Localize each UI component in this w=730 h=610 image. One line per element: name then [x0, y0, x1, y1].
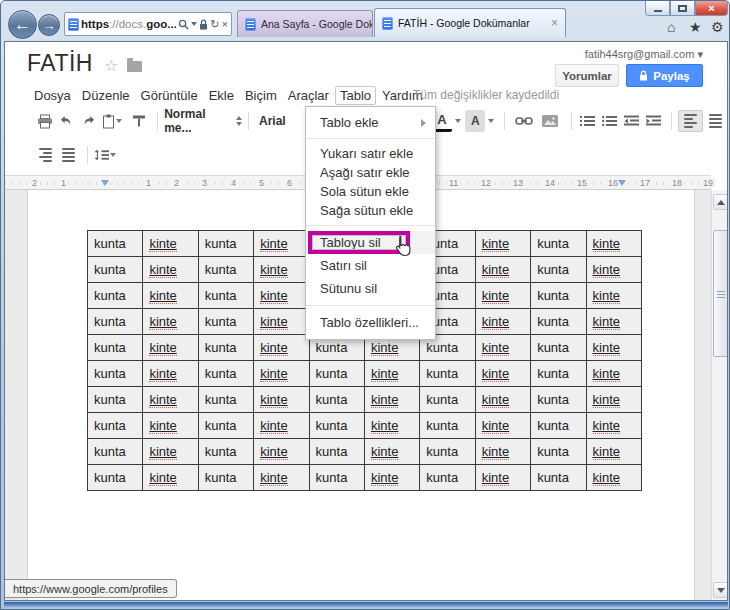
table-cell[interactable]: kunta: [420, 387, 475, 413]
table-cell[interactable]: kinte: [475, 335, 530, 361]
menubar-item-dosya[interactable]: Dosya: [29, 86, 76, 105]
folder-icon[interactable]: [127, 61, 142, 72]
window-close-button[interactable]: ×: [695, 1, 728, 16]
increase-indent-icon[interactable]: [643, 110, 663, 132]
table-cell[interactable]: kunta: [198, 335, 253, 361]
line-spacing-icon[interactable]: [94, 144, 120, 166]
print-icon[interactable]: [35, 110, 55, 132]
table-cell[interactable]: kunta: [309, 387, 364, 413]
text-color-dropdown-icon[interactable]: [455, 119, 461, 123]
table-cell[interactable]: kunta: [88, 465, 143, 491]
menu-item-satırı-sil[interactable]: Satırı sil: [306, 254, 435, 277]
menubar-item-araçlar[interactable]: Araçlar: [283, 86, 334, 105]
address-url[interactable]: https://docs.goo...: [81, 18, 176, 30]
table-cell[interactable]: kinte: [475, 387, 530, 413]
search-dropdown-icon[interactable]: [191, 22, 197, 26]
table-cell[interactable]: kinte: [586, 439, 641, 465]
address-bar[interactable]: https://docs.goo... ↻ ×: [64, 12, 232, 36]
table-cell[interactable]: kinte: [143, 283, 198, 309]
table-cell[interactable]: kunta: [531, 257, 586, 283]
table-cell[interactable]: kinte: [586, 413, 641, 439]
menubar-item-görüntüle[interactable]: Görüntüle: [136, 86, 203, 105]
table-cell[interactable]: kunta: [198, 257, 253, 283]
table-cell[interactable]: kunta: [198, 231, 253, 257]
table-cell[interactable]: kunta: [198, 309, 253, 335]
redo-icon[interactable]: [79, 110, 99, 132]
table-cell[interactable]: kinte: [586, 335, 641, 361]
table-cell[interactable]: kunta: [531, 387, 586, 413]
back-button[interactable]: ←: [8, 10, 37, 39]
table-cell[interactable]: kinte: [143, 231, 198, 257]
align-center-icon[interactable]: [705, 110, 725, 132]
table-cell[interactable]: kinte: [364, 465, 419, 491]
table-cell[interactable]: kinte: [586, 361, 641, 387]
table-cell[interactable]: kinte: [143, 257, 198, 283]
tab-fatih[interactable]: FATİH - Google Dokümanlar ×: [374, 8, 566, 37]
table-cell[interactable]: kinte: [475, 465, 530, 491]
table-cell[interactable]: kinte: [254, 231, 309, 257]
table-cell[interactable]: kunta: [198, 387, 253, 413]
font-family-selector[interactable]: Arial: [259, 114, 286, 128]
home-icon[interactable]: ⌂: [667, 20, 675, 34]
table-cell[interactable]: kinte: [143, 387, 198, 413]
table-cell[interactable]: kinte: [143, 465, 198, 491]
tab-close-icon[interactable]: ×: [551, 17, 558, 29]
scroll-up-button[interactable]: [713, 194, 728, 210]
menu-item-tablo-özellikleri[interactable]: Tablo özellikleri...: [306, 311, 435, 334]
table-cell[interactable]: kunta: [88, 309, 143, 335]
table-cell[interactable]: kunta: [309, 361, 364, 387]
table-cell[interactable]: kinte: [475, 361, 530, 387]
table-cell[interactable]: kunta: [531, 231, 586, 257]
scroll-down-button[interactable]: [713, 582, 728, 598]
table-cell[interactable]: kinte: [143, 309, 198, 335]
undo-icon[interactable]: [57, 110, 77, 132]
paint-format-icon[interactable]: [129, 110, 149, 132]
vertical-scrollbar[interactable]: [711, 190, 728, 601]
table-cell[interactable]: kunta: [420, 361, 475, 387]
menu-item-sütunu-sil[interactable]: Sütunu sil: [306, 277, 435, 300]
align-justify-icon[interactable]: [58, 144, 79, 166]
comments-button[interactable]: Yorumlar: [555, 64, 619, 87]
search-icon[interactable]: [178, 19, 189, 30]
menu-item-sağa-sütun-ekle[interactable]: Sağa sütun ekle: [306, 201, 435, 220]
forward-button[interactable]: →: [38, 14, 60, 36]
insert-link-icon[interactable]: [511, 110, 536, 132]
menu-item-aşağı-satır-ekle[interactable]: Aşağı satır ekle: [306, 163, 435, 182]
table-cell[interactable]: kinte: [254, 439, 309, 465]
star-document-icon[interactable]: ☆: [104, 56, 118, 75]
table-cell[interactable]: kunta: [531, 309, 586, 335]
table-cell[interactable]: kinte: [143, 335, 198, 361]
table-cell[interactable]: kinte: [475, 309, 530, 335]
document-title[interactable]: FATİH: [27, 50, 93, 77]
paragraph-style-selector[interactable]: Normal me...: [164, 107, 242, 135]
table-cell[interactable]: kinte: [254, 309, 309, 335]
line-spacing-dropdown-icon[interactable]: [110, 153, 116, 157]
ruler-margin-marker-icon[interactable]: [101, 180, 109, 186]
table-cell[interactable]: kunta: [88, 283, 143, 309]
table-cell[interactable]: kunta: [198, 361, 253, 387]
menubar-item-düzenle[interactable]: Düzenle: [77, 86, 135, 105]
window-minimize-button[interactable]: [645, 1, 670, 16]
table-cell[interactable]: kinte: [254, 257, 309, 283]
table-cell[interactable]: kinte: [254, 465, 309, 491]
table-cell[interactable]: kinte: [143, 413, 198, 439]
table-cell[interactable]: kunta: [88, 231, 143, 257]
scrollbar-thumb[interactable]: [713, 230, 728, 357]
insert-image-icon[interactable]: [538, 110, 563, 132]
tools-gear-icon[interactable]: ⚙: [711, 20, 724, 34]
bullet-list-icon[interactable]: [600, 110, 620, 132]
table-cell[interactable]: kinte: [364, 439, 419, 465]
table-cell[interactable]: kinte: [364, 413, 419, 439]
table-cell[interactable]: kunta: [88, 335, 143, 361]
table-cell[interactable]: kunta: [531, 361, 586, 387]
highlight-dropdown-icon[interactable]: [488, 119, 494, 123]
menu-item-tabloyu-sil[interactable]: Tabloyu sil: [306, 231, 435, 254]
table-cell[interactable]: kunta: [531, 283, 586, 309]
table-cell[interactable]: kinte: [586, 283, 641, 309]
ruler-margin-marker-icon[interactable]: [618, 180, 626, 186]
table-cell[interactable]: kunta: [309, 465, 364, 491]
menu-item-tablo-ekle[interactable]: Tablo ekle: [306, 112, 435, 133]
share-button[interactable]: Paylaş: [626, 64, 703, 87]
menubar-item-biçim[interactable]: Biçim: [240, 86, 282, 105]
numbered-list-icon[interactable]: [578, 110, 598, 132]
